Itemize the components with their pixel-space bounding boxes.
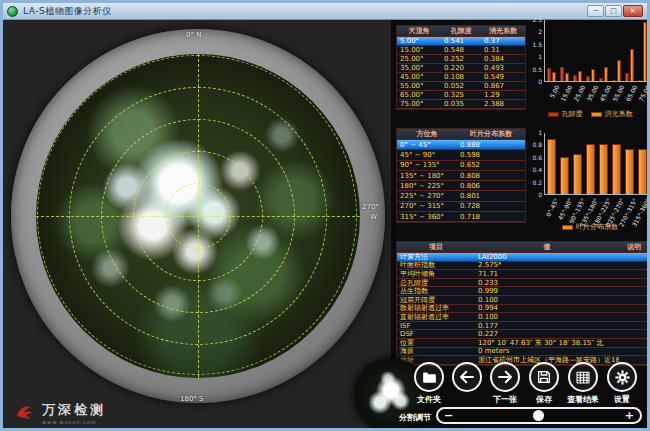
bar-group: [612, 144, 621, 194]
previous-button[interactable]: [448, 362, 486, 394]
y-axis: 00.20.40.60.81: [529, 133, 544, 195]
table-cell: 55.00°: [397, 82, 441, 90]
compass-label-north: 0° N: [186, 31, 201, 39]
table-row[interactable]: 45° ~ 90°0.598: [397, 150, 525, 160]
y-tick-label: 2.5: [532, 16, 542, 23]
compass-label-south: 180° S: [180, 395, 204, 403]
table-cell: 225° ~ 270°: [397, 192, 457, 200]
table-cell: 0.220: [441, 64, 481, 72]
table-row[interactable]: 55.00°0.0520.867: [397, 82, 525, 91]
save-button[interactable]: 保存: [525, 362, 563, 405]
save-icon: [536, 369, 552, 385]
table-row[interactable]: 25.00°0.2520.384: [397, 55, 525, 64]
bar: [625, 149, 634, 194]
table-row[interactable]: 90° ~ 135°0.652: [397, 161, 525, 171]
column-header: 消光系数: [481, 26, 525, 36]
table-row[interactable]: 315° ~ 360°0.718: [397, 212, 525, 222]
bar-group: [599, 144, 608, 194]
table-cell: 15.00°: [397, 46, 441, 54]
minimize-button[interactable]: ─: [587, 5, 604, 17]
bar-group: [638, 149, 647, 194]
x-axis-labels: 0°-45°45°-90°90°-135°135°-180°180°-225°2…: [529, 195, 650, 221]
title-bar[interactable]: LA-S植物图像分析仪 ─ □ ✕: [3, 3, 647, 20]
toolbar-label: 设置: [603, 394, 641, 405]
slider-knob[interactable]: [533, 410, 544, 421]
arrow-right-icon: [496, 368, 514, 386]
y-tick-label: 0: [538, 78, 542, 85]
table-row[interactable]: 5.00°0.5410.37: [397, 37, 525, 46]
bar: [578, 71, 582, 81]
bar-group: [586, 69, 595, 81]
bar-group: [599, 67, 608, 81]
table-cell: 0.728: [457, 202, 525, 210]
bar: [573, 75, 577, 81]
table-row[interactable]: 180° ~ 225°0.806: [397, 181, 525, 191]
compass-label-west-deg: 270°: [362, 203, 379, 211]
azimuth-bar-chart: 00.20.40.60.81 0°-45°45°-90°90°-135°135°…: [529, 133, 650, 232]
settings-button[interactable]: 设置: [603, 362, 641, 405]
bar-group: [547, 68, 556, 81]
table-row[interactable]: 0° ~ 45°0.888: [397, 140, 525, 150]
table-cell: 45.00°: [397, 73, 441, 81]
maximize-button[interactable]: □: [605, 5, 622, 17]
column-header: 叶片分布系数: [457, 129, 525, 139]
arrow-left-icon: [458, 368, 476, 386]
legend-swatch: [562, 225, 573, 230]
slider-minus[interactable]: −: [438, 410, 459, 422]
table-cell: 135° ~ 180°: [397, 172, 457, 180]
next-button[interactable]: 下一张: [486, 362, 524, 405]
bar-group: [638, 22, 647, 81]
y-tick-label: 2: [538, 28, 542, 35]
bar: [586, 144, 595, 194]
table-row[interactable]: 75.00°0.0352.388: [397, 100, 525, 109]
table-row[interactable]: 35.00°0.2200.493: [397, 64, 525, 73]
bar-group: [612, 60, 621, 82]
table-cell: 75.00°: [397, 100, 441, 108]
column-header: 方位角: [397, 129, 457, 139]
plot-area: [544, 20, 649, 82]
compass-label-west: W: [370, 213, 377, 221]
view-results-button[interactable]: 查看结果: [564, 362, 602, 405]
table-cell: 0.598: [457, 151, 525, 159]
toolbar-label: 下一张: [486, 394, 524, 405]
table-cell: 0.548: [441, 46, 481, 54]
legend-swatch: [591, 112, 602, 117]
legend-label: 消光系数: [605, 109, 633, 119]
table-cell: 0.808: [457, 172, 525, 180]
table-row[interactable]: 15.00°0.5480.31: [397, 46, 525, 55]
table-row[interactable]: 225° ~ 270°0.801: [397, 191, 525, 201]
table-row[interactable]: 45.00°0.1080.549: [397, 73, 525, 82]
table-cell: 0.052: [441, 82, 481, 90]
column-header: 说明: [619, 242, 649, 252]
azimuth-table: 方位角叶片分布系数0° ~ 45°0.88845° ~ 90°0.59890° …: [396, 128, 526, 223]
table-cell: 0.31: [481, 46, 525, 54]
zenith-angle-table: 天顶角孔隙度消光系数5.00°0.5410.3715.00°0.5480.312…: [396, 25, 526, 110]
table-row[interactable]: 65.00°0.3251.29: [397, 91, 525, 100]
table-cell: 0.549: [481, 73, 525, 81]
folder-button[interactable]: 文件夹: [410, 362, 448, 405]
bar: [565, 73, 569, 81]
window-title: LA-S植物图像分析仪: [23, 5, 112, 18]
y-tick-label: 1: [538, 53, 542, 60]
slider-plus[interactable]: +: [619, 410, 640, 422]
bar-group: [560, 157, 569, 194]
table-row[interactable]: ISF0.177: [397, 322, 649, 331]
table-cell: 0.252: [441, 55, 481, 63]
table-cell: 0.867: [481, 82, 525, 90]
table-cell: 0.035: [441, 100, 481, 108]
segmentation-slider[interactable]: − +: [436, 407, 642, 424]
table-row[interactable]: 直射辐射透过率0.100: [397, 313, 649, 322]
table-row[interactable]: 270° ~ 315°0.728: [397, 202, 525, 212]
table-cell: 0.325: [441, 91, 481, 99]
close-button[interactable]: ✕: [623, 5, 643, 17]
bar: [547, 139, 556, 194]
table-cell: 0.888: [457, 141, 525, 149]
canopy-fisheye-image[interactable]: [36, 54, 360, 378]
table-cell: 90° ~ 135°: [397, 161, 457, 169]
crosshair-horizontal-line: [36, 216, 360, 217]
bar-group: [625, 149, 634, 194]
table-cell: 0.999: [475, 287, 619, 295]
zenith-bar-chart: 00.511.522.5 5.0015.0025.0035.0045.0055.…: [529, 20, 650, 119]
table-row[interactable]: 135° ~ 180°0.808: [397, 171, 525, 181]
bar-group: [573, 154, 582, 194]
